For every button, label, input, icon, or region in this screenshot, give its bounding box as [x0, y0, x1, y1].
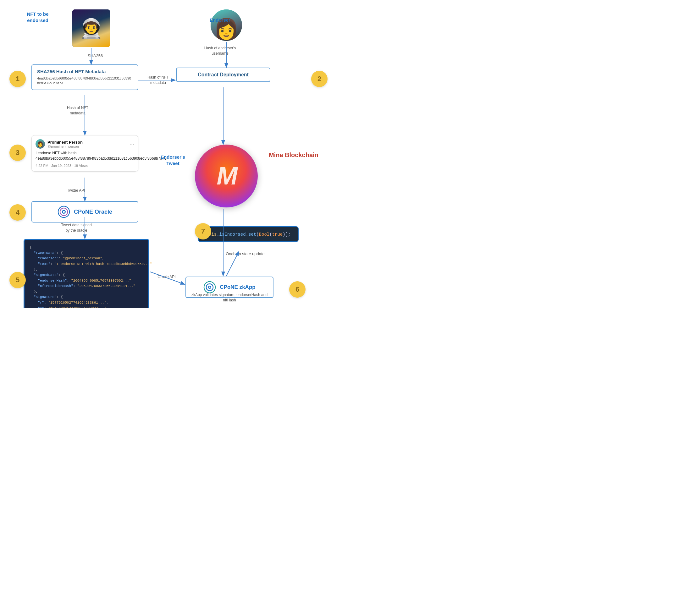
mina-circle: M [195, 145, 258, 207]
svg-point-18 [209, 287, 211, 288]
tweet-name: Prominent Person [47, 140, 83, 145]
mina-blockchain-label: Mina Blockchain [269, 151, 318, 159]
sha256-title: SHA256 Hash of NFT Metadata [37, 69, 133, 74]
sha-label: SHA256 [83, 53, 108, 58]
endorsers-tweet-label: Endorser's Tweet [154, 154, 192, 166]
oracle-icon [58, 205, 70, 218]
json-content: { "tweetData": { "endorser": "@prominent… [29, 245, 144, 308]
step-circle-2: 2 [311, 71, 328, 87]
onchain-state-label: Onchain state update [214, 251, 277, 256]
zkapp-title: CPoNE zkApp [220, 284, 255, 290]
endorser-hash-label: Hash of endorser's username [203, 46, 237, 56]
endorser-label: Endorser [203, 17, 237, 23]
step-circle-3: 3 [9, 145, 26, 161]
tweet-handle: @prominent_person [47, 145, 83, 148]
step-circle-4: 4 [9, 204, 26, 221]
tweet-avatar: 👩 [36, 139, 45, 149]
json-data-box: { "tweetData": { "endorser": "@prominent… [24, 239, 149, 308]
tweet-text: I endorse NFT with hash4ea8dba3ebbd60055… [36, 151, 134, 161]
twitter-api-label: Twitter API [64, 188, 89, 193]
step-circle-5: 5 [9, 272, 26, 288]
endorser-image: 👩 [211, 9, 242, 41]
sha256-box: SHA256 Hash of NFT Metadata 4ea8dba3ebbd… [31, 64, 138, 90]
tweet-dots: ··· [130, 141, 134, 148]
nft-label: NFT to be endorsed [19, 11, 57, 23]
tweet-signed-label: Tweet data signedby the oracle [59, 222, 94, 233]
contract-deployment-box: Contract Deployment [176, 68, 270, 82]
zkapp-icon [203, 281, 216, 293]
oracle-api-label: Oracle API [154, 274, 179, 280]
oracle-box: CPoNE Oracle [31, 201, 138, 222]
nft-image [72, 9, 110, 47]
contract-title: Contract Deployment [182, 72, 265, 78]
hash-nft-arrow-label: Hash of NFTmetadata [144, 75, 172, 86]
step-circle-1: 1 [9, 71, 26, 87]
step-circle-7: 7 [195, 223, 211, 240]
code-box: this.isEndorsed.set(Bool(true)); [198, 226, 299, 242]
code-text: this.isEndorsed.set(Bool(true)); [206, 232, 291, 237]
diagram-container: 1 2 3 4 5 6 7 NFT to be endorsed SHA256 … [0, 0, 342, 308]
mina-logo: M [217, 161, 236, 191]
svg-point-14 [63, 211, 65, 213]
tweet-box: 👩 Prominent Person @prominent_person ···… [31, 135, 138, 172]
sha256-hash: 4ea8dba3ebbd60055e488f887894f83bad53dd21… [37, 76, 133, 86]
zkapp-sublabel: zkApp validates signature, endorserHash … [185, 292, 273, 303]
hash-nft-arrow-label2: Hash of NFTmetadata [64, 105, 92, 116]
step-circle-6: 6 [289, 281, 306, 298]
oracle-title: CPoNE Oracle [74, 209, 112, 215]
tweet-meta: 4:22 PM · Jun 19, 2023 · 19 Views [36, 164, 134, 168]
